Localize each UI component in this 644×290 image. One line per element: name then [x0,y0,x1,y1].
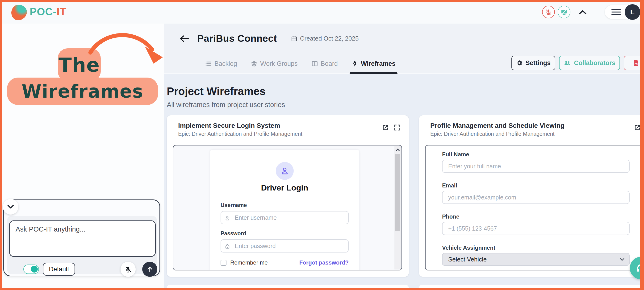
frame-border [0,0,644,2]
svg-text:PDF: PDF [634,63,638,65]
login-wireframe-card: Driver Login Username Password Remember … [210,150,359,271]
remember-me-checkbox[interactable] [220,260,226,266]
tab-backlog[interactable]: Backlog [204,60,238,67]
user-avatar[interactable]: L [625,4,640,20]
chat-send-button[interactable] [142,262,157,277]
external-link-icon [382,124,389,131]
toggle-knob [31,266,38,273]
wireframe-card-profile: Profile Management and Schedule Viewing … [419,115,644,277]
chevron-up-icon [579,10,587,15]
mic-off-icon [545,8,552,15]
full-name-label: Full Name [442,151,469,158]
card-epic: Epic: Driver Authentication and Profile … [430,131,554,137]
app-window: POC-IT L Th [0,0,644,290]
login-title: Driver Login [210,183,359,192]
project-header: PariBus Connect Created Oct 22, 2025 Bac… [164,23,644,73]
hamburger-menu-icon[interactable] [612,9,621,15]
password-label: Password [220,230,246,237]
chevron-down-icon [620,258,624,261]
username-label: Username [220,202,247,208]
card-title: Profile Management and Schedule Viewing [430,122,564,129]
chat-mode-label: Default [49,266,69,273]
people-icon [564,60,571,66]
app-logo[interactable]: POC-IT [30,6,66,18]
collapse-toolbar-button[interactable] [578,8,588,16]
card-title: Implement Secure Login System [178,122,280,129]
gear-icon [516,60,523,66]
maximize-icon [394,124,401,131]
board-columns-icon [312,60,318,67]
avatar-initial: L [630,8,634,16]
chevron-down-icon [7,205,14,209]
person-icon [224,215,230,221]
vehicle-assignment-label: Vehicle Assignment [442,245,496,251]
logo-text-primary: POC- [30,6,56,17]
created-date: Created Oct 22, 2025 [291,35,359,42]
expand-button[interactable] [394,124,401,131]
vehicle-select[interactable]: Select Vehicle [442,253,630,266]
project-actions: Settings Collaborators PDF PDF [512,56,644,70]
chat-mode-button[interactable]: Default [43,263,75,276]
page-subtitle: All wireframes from project user stories [167,101,285,109]
logo-text-secondary: IT [56,6,66,17]
forgot-password-link[interactable]: Forgot password? [299,259,349,266]
back-arrow-icon [179,35,189,42]
layers-icon [251,60,257,67]
project-tabs: Backlog Work Groups Board Wireframes [204,56,396,71]
list-icon [205,60,212,67]
avatar-badge [276,162,294,180]
mic-off-icon [124,266,132,273]
annotation-arrow-icon [84,27,166,74]
person-icon [280,166,290,176]
calendar-icon [291,36,297,42]
top-navbar: POC-IT L [2,2,640,23]
email-label: Email [442,182,457,189]
pdf-file-icon: PDF [633,59,639,67]
arrow-up-icon [146,266,153,273]
username-input[interactable] [220,211,349,224]
project-title: PariBus Connect [197,33,277,44]
vehicle-select-value: Select Vehicle [448,256,487,263]
wireframe-preview-profile: Full Name Email Phone Vehicle Assignment… [425,145,644,271]
wireframe-preview-login: Driver Login Username Password Remember … [173,145,402,271]
scrollbar-thumb[interactable] [395,154,400,231]
password-input[interactable] [220,239,349,253]
frame-border [0,288,644,290]
email-input[interactable] [442,191,630,204]
mic-muted-button[interactable] [542,6,555,18]
chat-widget: Default [3,200,160,276]
collaborators-button[interactable]: Collaborators [559,56,620,70]
remember-me-label: Remember me [230,259,268,266]
settings-button[interactable]: Settings [512,56,555,70]
annotation-line2: Wireframes [7,78,158,105]
monitor-off-icon [560,8,568,15]
tab-wireframes[interactable]: Wireframes [350,60,396,67]
frame-border [0,0,2,290]
chat-mic-button[interactable] [120,262,136,277]
tab-work-groups[interactable]: Work Groups [250,60,299,67]
tab-board[interactable]: Board [310,60,339,67]
open-external-button[interactable] [382,124,389,131]
card-epic: Epic: Driver Authentication and Profile … [178,131,302,137]
back-button[interactable] [179,33,189,44]
wireframe-card-login: Implement Secure Login System Epic: Driv… [167,115,409,277]
page-title: Project Wireframes [167,85,266,98]
logo-blob-icon [11,5,27,20]
chat-collapse-button[interactable] [3,199,18,215]
wireframes-section: Project Wireframes All wireframes from p… [164,73,644,288]
phone-input[interactable] [442,222,630,235]
frame-border [640,0,644,290]
phone-label: Phone [442,213,459,220]
lock-icon [224,243,230,250]
preview-scrollbar[interactable] [394,146,401,270]
full-name-input[interactable] [442,160,630,173]
chat-mode-toggle[interactable] [23,265,39,274]
scroll-up-icon[interactable] [394,147,401,153]
pen-nib-icon [352,60,358,67]
chat-input[interactable] [9,221,156,257]
screen-share-off-button[interactable] [558,6,570,18]
